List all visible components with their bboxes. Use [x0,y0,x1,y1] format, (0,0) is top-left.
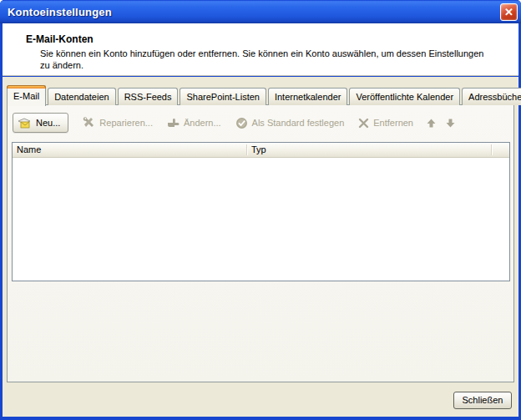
dialog-body: E-Mail Datendateien RSS-Feeds SharePoint… [3,77,518,417]
change-hand-icon [167,118,180,129]
tab-email[interactable]: E-Mail [7,85,46,106]
remove-label: Entfernen [373,118,413,128]
page-description: Sie können ein Konto hinzufügen oder ent… [40,48,484,71]
set-default-check-icon [235,117,248,129]
account-toolbar: Neu... Reparieren... [13,111,508,134]
move-down-button[interactable] [445,118,456,129]
arrow-up-icon [426,118,437,129]
new-account-button[interactable]: Neu... [13,113,68,133]
tab-datendateien[interactable]: Datendateien [48,88,115,105]
tab-rss-feeds[interactable]: RSS-Feeds [118,88,179,105]
set-default-label: Als Standard festlegen [252,118,345,128]
account-settings-dialog: Kontoeinstellungen ✕ E-Mail-Konten Sie k… [0,0,521,420]
new-mail-icon [18,118,32,129]
new-account-label: Neu... [36,118,60,128]
header-band: E-Mail-Konten Sie können ein Konto hinzu… [3,23,518,76]
column-header-blank [492,143,509,157]
close-dialog-button[interactable]: Schließen [453,392,512,409]
repair-label: Reparieren... [99,118,153,128]
move-up-button[interactable] [426,118,437,129]
account-list[interactable]: Name Typ [12,142,510,281]
column-header-name[interactable]: Name [13,143,247,157]
account-list-rows [13,158,509,281]
repair-tools-icon [83,117,95,129]
column-header-typ[interactable]: Typ [247,143,492,157]
change-button[interactable]: Ändern... [167,118,221,129]
tab-strip: E-Mail Datendateien RSS-Feeds SharePoint… [7,84,514,105]
account-list-header: Name Typ [13,143,509,158]
remove-x-icon [358,118,369,129]
tab-sharepoint-listen[interactable]: SharePoint-Listen [180,88,266,105]
remove-button[interactable]: Entfernen [358,118,413,129]
tab-internetkalender[interactable]: Internetkalender [268,88,348,105]
change-label: Ändern... [184,118,221,128]
window-title: Kontoeinstellungen [0,6,112,18]
close-icon[interactable]: ✕ [500,3,518,21]
email-tab-panel: Neu... Reparieren... [7,104,514,382]
tab-veroeffentlichte-kalender[interactable]: Veröffentlichte Kalender [349,88,460,105]
set-default-button[interactable]: Als Standard festlegen [235,117,345,129]
page-title: E-Mail-Konten [26,33,94,45]
tab-adressbuecher[interactable]: Adressbücher [462,88,521,105]
titlebar[interactable]: Kontoeinstellungen ✕ [0,0,521,23]
repair-button[interactable]: Reparieren... [83,117,153,129]
arrow-down-icon [445,118,456,129]
